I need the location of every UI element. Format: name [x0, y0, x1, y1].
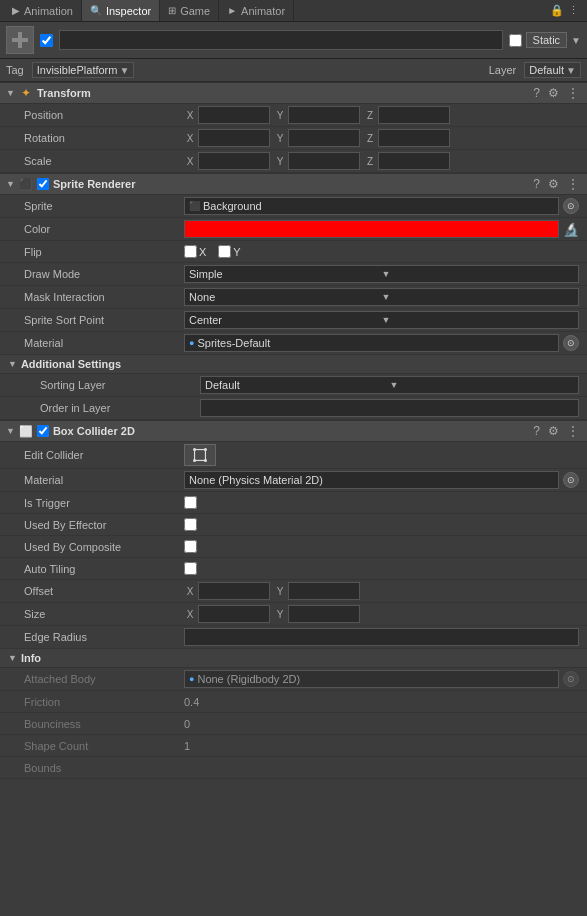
- object-enabled-checkbox-label[interactable]: [40, 34, 53, 47]
- info-title: Info: [21, 652, 41, 664]
- material-select-btn[interactable]: ⊙: [563, 335, 579, 351]
- size-row: Size X 0.13 Y 0.1: [0, 603, 587, 626]
- collider-material-field[interactable]: None (Physics Material 2D): [184, 471, 559, 489]
- sprite-sort-point-value: Center ▼: [184, 311, 579, 329]
- transform-actions: ? ⚙ ⋮: [531, 86, 581, 100]
- material-icon: ●: [189, 338, 194, 348]
- eyedropper-btn[interactable]: 🔬: [563, 222, 579, 237]
- tag-select[interactable]: InvisiblePlatform ▼: [32, 62, 135, 78]
- sorting-layer-dropdown[interactable]: Default ▼: [200, 376, 579, 394]
- scale-label: Scale: [24, 155, 184, 167]
- object-name-input[interactable]: InvisiblePlatform: [59, 30, 503, 50]
- box-collider-icon: ⬜: [19, 424, 33, 438]
- edit-collider-value: [184, 444, 579, 466]
- sprite-renderer-more-btn[interactable]: ⋮: [565, 177, 581, 191]
- scale-x-input[interactable]: 83.36778: [198, 152, 270, 170]
- transform-section-header[interactable]: ▼ ✦ Transform ? ⚙ ⋮: [0, 82, 587, 104]
- sprite-field-text: Background: [203, 200, 262, 212]
- draw-mode-arrow: ▼: [382, 269, 575, 279]
- shape-count-text: 1: [184, 740, 190, 752]
- sprite-renderer-chevron: ▼: [6, 179, 15, 189]
- transform-help-btn[interactable]: ?: [531, 86, 542, 100]
- svg-point-5: [193, 459, 196, 462]
- scale-z-input[interactable]: 11.21869: [378, 152, 450, 170]
- attached-body-text: None (Rigidbody 2D): [197, 673, 300, 685]
- sprite-renderer-settings-btn[interactable]: ⚙: [546, 177, 561, 191]
- box-collider-section-header[interactable]: ▼ ⬜ Box Collider 2D ? ⚙ ⋮: [0, 420, 587, 442]
- tab-animation[interactable]: ▶ Animation: [4, 0, 82, 21]
- static-dropdown-arrow[interactable]: ▼: [571, 35, 581, 46]
- flip-value: X Y: [184, 245, 579, 258]
- tab-inspector[interactable]: 🔍 Inspector: [82, 0, 160, 21]
- info-section-header[interactable]: ▼ Info: [0, 649, 587, 668]
- tab-animator[interactable]: ► Animator: [219, 0, 294, 21]
- offset-x-input[interactable]: 0: [198, 582, 270, 600]
- position-x-input[interactable]: -9.389: [198, 106, 270, 124]
- bounds-row: Bounds: [0, 757, 587, 779]
- is-trigger-checkbox[interactable]: [184, 496, 197, 509]
- box-collider-settings-btn[interactable]: ⚙: [546, 424, 561, 438]
- rotation-y-label: Y: [274, 133, 286, 144]
- used-by-composite-value: [184, 540, 579, 553]
- layer-select[interactable]: Default ▼: [524, 62, 581, 78]
- static-checkbox[interactable]: [509, 34, 522, 47]
- flip-x-checkbox[interactable]: [184, 245, 197, 258]
- used-by-composite-checkbox[interactable]: [184, 540, 197, 553]
- lock-icon[interactable]: 🔒: [550, 4, 564, 17]
- rotation-z-input[interactable]: 0: [378, 129, 450, 147]
- sprite-renderer-section-header[interactable]: ▼ ⬛ Sprite Renderer ? ⚙ ⋮: [0, 173, 587, 195]
- offset-y-input[interactable]: 0: [288, 582, 360, 600]
- object-enabled-checkbox[interactable]: [40, 34, 53, 47]
- additional-settings-header[interactable]: ▼ Additional Settings: [0, 355, 587, 374]
- flip-x-check[interactable]: X: [184, 245, 206, 258]
- offset-value: X 0 Y 0: [184, 582, 579, 600]
- box-collider-more-btn[interactable]: ⋮: [565, 424, 581, 438]
- scale-y-input[interactable]: 9.327444: [288, 152, 360, 170]
- rotation-label: Rotation: [24, 132, 184, 144]
- static-checkbox-label[interactable]: [509, 34, 522, 47]
- sprite-sort-point-dropdown[interactable]: Center ▼: [184, 311, 579, 329]
- edge-radius-input[interactable]: 0: [184, 628, 579, 646]
- collider-material-text: None (Physics Material 2D): [189, 474, 323, 486]
- svg-point-3: [193, 448, 196, 451]
- color-swatch[interactable]: [184, 220, 559, 238]
- transform-more-btn[interactable]: ⋮: [565, 86, 581, 100]
- sprite-renderer-actions: ? ⚙ ⋮: [531, 177, 581, 191]
- edit-collider-btn[interactable]: [184, 444, 216, 466]
- sprite-renderer-help-btn[interactable]: ?: [531, 177, 542, 191]
- sprite-field[interactable]: ⬛ Background: [184, 197, 559, 215]
- position-z-input[interactable]: 0: [378, 106, 450, 124]
- position-y-input[interactable]: 2.223: [288, 106, 360, 124]
- transform-title: Transform: [37, 87, 91, 99]
- scale-row: Scale X 83.36778 Y 9.327444 Z 11.21869: [0, 150, 587, 173]
- transform-settings-btn[interactable]: ⚙: [546, 86, 561, 100]
- mask-interaction-dropdown[interactable]: None ▼: [184, 288, 579, 306]
- collider-material-select-btn[interactable]: ⊙: [563, 472, 579, 488]
- box-collider-enabled-checkbox[interactable]: [37, 425, 49, 437]
- attached-body-row: Attached Body ● None (Rigidbody 2D) ⊙: [0, 668, 587, 691]
- used-by-effector-checkbox[interactable]: [184, 518, 197, 531]
- draw-mode-dropdown[interactable]: Simple ▼: [184, 265, 579, 283]
- material-field[interactable]: ● Sprites-Default: [184, 334, 559, 352]
- position-value: X -9.389 Y 2.223 Z 0: [184, 106, 579, 124]
- rotation-y-input[interactable]: 0: [288, 129, 360, 147]
- material-value: ● Sprites-Default ⊙: [184, 334, 579, 352]
- order-in-layer-input[interactable]: 0: [200, 399, 579, 417]
- size-x-input[interactable]: 0.13: [198, 605, 270, 623]
- sprite-select-btn[interactable]: ⊙: [563, 198, 579, 214]
- size-y-label: Y: [274, 609, 286, 620]
- sprite-renderer-enabled-checkbox[interactable]: [37, 178, 49, 190]
- rotation-x-input[interactable]: 0: [198, 129, 270, 147]
- size-y-input[interactable]: 0.1: [288, 605, 360, 623]
- bounciness-label: Bounciness: [24, 718, 184, 730]
- tab-bar: ▶ Animation 🔍 Inspector ⊞ Game ► Animato…: [0, 0, 587, 22]
- box-collider-help-btn[interactable]: ?: [531, 424, 542, 438]
- flip-y-checkbox[interactable]: [218, 245, 231, 258]
- flip-y-check[interactable]: Y: [218, 245, 240, 258]
- more-icon[interactable]: ⋮: [568, 4, 579, 17]
- auto-tiling-checkbox[interactable]: [184, 562, 197, 575]
- static-button[interactable]: Static: [526, 32, 568, 48]
- tab-game[interactable]: ⊞ Game: [160, 0, 219, 21]
- flip-label: Flip: [24, 246, 184, 258]
- mask-interaction-row: Mask Interaction None ▼: [0, 286, 587, 309]
